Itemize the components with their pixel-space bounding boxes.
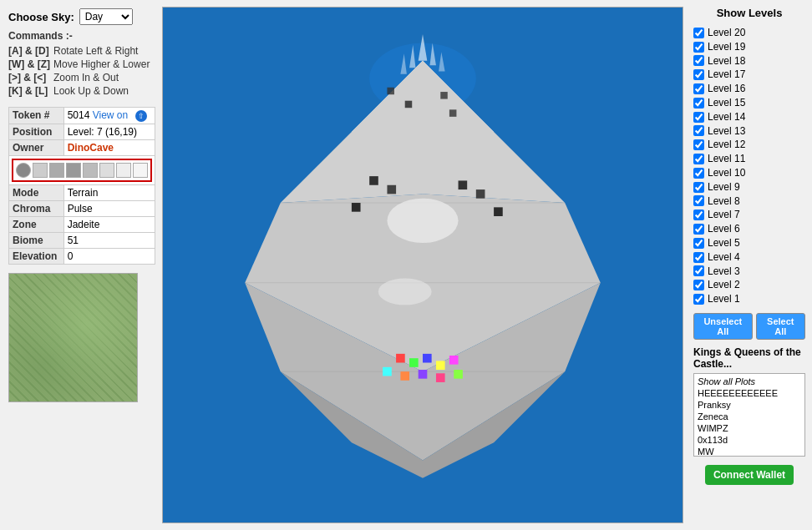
level-item-4: Level 16	[693, 82, 805, 96]
cmd-key-3: [>] & [<]	[8, 72, 50, 83]
connect-wallet-button[interactable]: Connect Wallet	[705, 465, 794, 485]
swatch-4[interactable]	[83, 163, 98, 178]
level-item-9: Level 11	[693, 152, 805, 166]
svg-rect-24	[449, 356, 459, 365]
view-on-link[interactable]: View on	[93, 109, 128, 121]
svg-rect-20	[396, 354, 405, 363]
kings-list-item-2[interactable]: Pranksy	[696, 399, 803, 411]
position-row: Position Level: 7 (16,19)	[9, 124, 155, 139]
level-label-15: Level 5	[708, 236, 740, 250]
level-label-18: Level 2	[708, 278, 740, 292]
swatch-7[interactable]	[133, 163, 148, 178]
level-label-13: Level 7	[708, 208, 740, 222]
sky-select[interactable]: Day Night Sunset Storm	[79, 8, 133, 25]
chroma-row: Chroma Pulse	[9, 200, 155, 216]
mode-value: Terrain	[63, 184, 155, 200]
level-label-3: Level 17	[708, 68, 745, 82]
level-label-14: Level 6	[708, 222, 740, 236]
level-label-9: Level 11	[708, 152, 745, 166]
svg-rect-23	[436, 361, 445, 370]
swatch-1[interactable]	[33, 163, 48, 178]
swatch-2[interactable]	[49, 163, 64, 178]
level-item-1: Level 19	[693, 40, 805, 54]
cmd-action-1: Rotate Left & Right	[53, 45, 138, 57]
level-checkbox-15[interactable]	[693, 238, 704, 249]
level-checkbox-6[interactable]	[693, 112, 704, 123]
swatches-row-container	[9, 155, 155, 184]
command-row-2: [W] & [Z] Move Higher & Lower	[8, 58, 150, 70]
elevation-label: Elevation	[9, 248, 64, 264]
level-item-19: Level 1	[693, 292, 805, 306]
level-item-7: Level 13	[693, 124, 805, 139]
level-checkbox-8[interactable]	[693, 139, 704, 150]
unselect-all-button[interactable]: Unselect All	[693, 313, 753, 340]
elevation-value: 0	[63, 248, 155, 264]
position-label: Position	[9, 124, 64, 139]
kings-list-item-3[interactable]: Zeneca	[696, 411, 803, 422]
kings-list-item-1[interactable]: HEEEEEEEEEEEE	[696, 387, 803, 399]
level-checkbox-11[interactable]	[693, 182, 704, 193]
level-item-13: Level 7	[693, 208, 805, 222]
kings-list-item-5[interactable]: 0x113d	[696, 434, 803, 446]
level-checkbox-17[interactable]	[693, 265, 704, 276]
level-checkbox-12[interactable]	[693, 195, 704, 206]
upload-icon: ⇧	[135, 110, 147, 122]
kings-list-item-4[interactable]: WIMPZ	[696, 422, 803, 434]
level-checkbox-2[interactable]	[693, 55, 704, 66]
cmd-action-4: Look Up & Down	[53, 85, 129, 97]
kings-list-item-6[interactable]: MW	[696, 446, 803, 457]
mode-label: Mode	[9, 184, 64, 200]
level-label-8: Level 12	[708, 138, 745, 152]
level-label-5: Level 15	[708, 96, 745, 110]
level-checkbox-1[interactable]	[693, 42, 704, 53]
level-checkbox-3[interactable]	[693, 69, 704, 80]
level-item-0: Level 20	[693, 26, 805, 40]
command-row-4: [K] & [L] Look Up & Down	[8, 85, 150, 97]
level-label-6: Level 14	[708, 110, 745, 124]
level-checkbox-0[interactable]	[693, 28, 704, 38]
right-panel: Show Levels Level 20Level 19Level 18Leve…	[687, 0, 812, 530]
level-checkbox-7[interactable]	[693, 125, 704, 136]
svg-rect-17	[476, 189, 485, 199]
level-label-2: Level 18	[708, 54, 745, 68]
level-checkbox-5[interactable]	[693, 98, 704, 109]
owner-label: Owner	[9, 139, 64, 155]
level-item-6: Level 14	[693, 110, 805, 124]
level-checkbox-9[interactable]	[693, 154, 704, 164]
island-svg	[163, 8, 683, 522]
level-checkbox-19[interactable]	[693, 294, 704, 305]
swatch-0[interactable]	[16, 163, 31, 178]
swatch-5[interactable]	[99, 163, 114, 178]
mode-row: Mode Terrain	[9, 184, 155, 200]
command-row-1: [A] & [D] Rotate Left & Right	[8, 45, 150, 57]
level-buttons: Unselect All Select All	[693, 313, 805, 340]
level-checkbox-4[interactable]	[693, 83, 704, 94]
level-item-18: Level 2	[693, 278, 805, 292]
swatch-3[interactable]	[66, 163, 81, 178]
level-checkbox-14[interactable]	[693, 224, 704, 235]
kings-list-item-0[interactable]: Show all Plots	[696, 376, 803, 387]
svg-rect-18	[352, 203, 361, 212]
level-checkbox-13[interactable]	[693, 209, 704, 220]
token-row: Token # 5014 View on ⇧	[9, 108, 155, 124]
level-checkbox-16[interactable]	[693, 252, 704, 263]
level-checkbox-18[interactable]	[693, 280, 704, 290]
svg-rect-11	[440, 92, 448, 99]
left-panel: Choose Sky: Day Night Sunset Storm Comma…	[0, 0, 159, 530]
swatches-row	[12, 159, 152, 182]
swatch-6[interactable]	[116, 163, 131, 178]
kings-list[interactable]: Show all PlotsHEEEEEEEEEEEEPranksyZeneca…	[693, 373, 805, 457]
select-all-button[interactable]: Select All	[756, 313, 805, 340]
chroma-label: Chroma	[9, 200, 64, 216]
svg-rect-15	[387, 185, 396, 194]
level-checkbox-10[interactable]	[693, 168, 704, 179]
svg-point-31	[378, 278, 432, 305]
viewport[interactable]	[162, 7, 683, 523]
center-panel	[159, 0, 687, 530]
level-label-12: Level 8	[708, 194, 740, 209]
svg-rect-19	[494, 207, 503, 216]
elevation-row: Elevation 0	[9, 248, 155, 264]
levels-container: Level 20Level 19Level 18Level 17Level 16…	[693, 26, 805, 306]
choose-sky-label: Choose Sky:	[8, 11, 74, 23]
cmd-key-2: [W] & [Z]	[8, 58, 50, 70]
